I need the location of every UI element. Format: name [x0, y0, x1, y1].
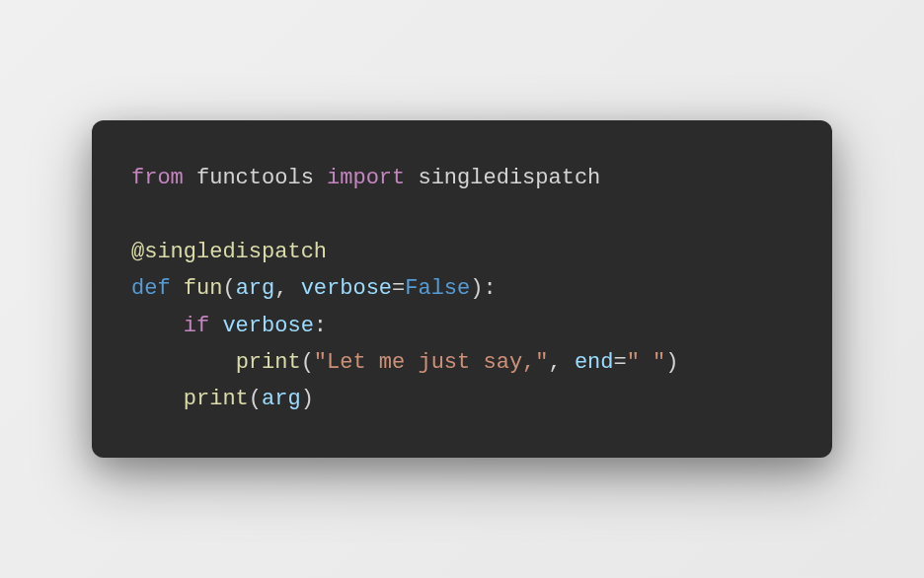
- equals: =: [392, 276, 405, 301]
- string-literal: " ": [627, 350, 666, 375]
- param-arg: arg: [236, 276, 275, 301]
- condition: verbose: [222, 314, 313, 338]
- paren-open: (: [249, 387, 262, 411]
- keyword-import: import: [327, 166, 405, 190]
- code-block: from functools import singledispatch @si…: [92, 120, 832, 458]
- equals: =: [614, 350, 627, 375]
- keyword-if: if: [184, 314, 209, 338]
- arg-ref: arg: [262, 387, 301, 411]
- indent: [131, 314, 184, 338]
- import-name: singledispatch: [418, 166, 600, 190]
- paren-open: (: [222, 276, 235, 301]
- paren-open: (: [301, 350, 314, 375]
- keyword-def: def: [131, 276, 171, 301]
- kwarg-end: end: [575, 350, 614, 375]
- decorator: @singledispatch: [131, 240, 327, 264]
- module-name: functools: [196, 166, 314, 190]
- string-literal: "Let me just say,": [314, 350, 549, 375]
- code-content: from functools import singledispatch @si…: [131, 160, 793, 418]
- paren-close: ):: [470, 276, 496, 301]
- indent: [131, 387, 184, 411]
- bool-false: False: [405, 276, 470, 301]
- paren-close: ): [665, 350, 678, 375]
- param-verbose: verbose: [301, 276, 392, 301]
- function-name: fun: [184, 276, 223, 301]
- comma: ,: [548, 350, 574, 375]
- builtin-print: print: [236, 350, 301, 375]
- colon: :: [314, 314, 327, 338]
- paren-close: ): [301, 387, 314, 411]
- comma: ,: [274, 276, 300, 301]
- builtin-print: print: [184, 387, 249, 411]
- indent: [131, 350, 236, 375]
- keyword-from: from: [131, 166, 184, 190]
